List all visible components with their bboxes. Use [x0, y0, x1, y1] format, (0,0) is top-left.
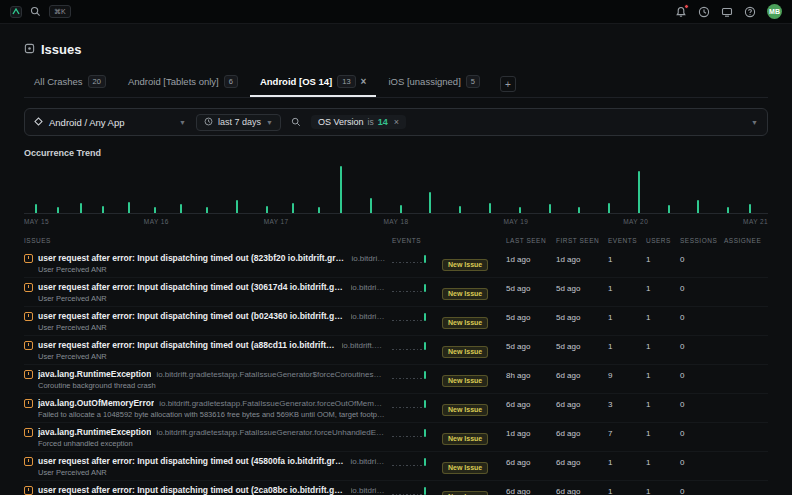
avatar[interactable]: MB [767, 4, 782, 19]
status-badge-cell: New Issue [442, 253, 500, 271]
notifications-bell-icon[interactable] [675, 6, 687, 18]
app-logo-icon[interactable] [10, 6, 22, 18]
chart-bar [727, 207, 729, 213]
issue-subtitle: User Perceived ANR [38, 265, 386, 274]
issue-title[interactable]: java.lang.RuntimeException [38, 369, 151, 379]
axis-label: MAY 17 [264, 218, 289, 225]
axis-label: MAY 20 [623, 218, 648, 225]
time-range-dropdown[interactable]: last 7 days ▼ [196, 114, 281, 131]
issue-cell: user request after error: Input dispatch… [24, 340, 386, 361]
remove-filter-icon[interactable]: × [394, 117, 399, 127]
filter-bar-expand-chevron-icon[interactable]: ▼ [751, 119, 758, 126]
issue-row[interactable]: user request after error: Input dispatch… [24, 481, 768, 495]
axis-label: MAY 21 [743, 218, 768, 225]
chart-bar [697, 200, 699, 213]
issue-row[interactable]: user request after error: Input dispatch… [24, 452, 768, 481]
search-shortcut-kbd[interactable]: ⌘K [49, 5, 71, 18]
events-sparkline [392, 427, 436, 437]
issue-location: io.bitdrift.gradletestapp.FatalIssueGene… [156, 428, 386, 437]
events-count-cell: 1 [608, 340, 640, 351]
events-sparkline [392, 340, 436, 350]
issue-row[interactable]: user request after error: Input dispatch… [24, 278, 768, 307]
assignee-cell [724, 485, 768, 487]
issue-row[interactable]: user request after error: Input dispatch… [24, 249, 768, 278]
events-sparkline [392, 485, 436, 495]
new-issue-badge: New Issue [442, 288, 488, 300]
sessions-count-cell: 0 [680, 340, 718, 351]
new-issue-badge: New Issue [442, 404, 488, 416]
issue-row[interactable]: java.lang.RuntimeExceptionio.bitdrift.gr… [24, 423, 768, 452]
column-header-users: USERS [646, 237, 674, 244]
filter-bar: Android / Any App ▼ last 7 days ▼ OS Ver… [24, 108, 768, 136]
events-sparkline [392, 311, 436, 321]
issue-title[interactable]: java.lang.RuntimeException [38, 427, 151, 437]
assignee-cell [724, 427, 768, 429]
filter-chip-value: 14 [378, 117, 388, 127]
top-bar: ⌘K MB [0, 0, 792, 24]
events-sparkline [392, 456, 436, 466]
tab-close-icon[interactable]: × [361, 78, 367, 86]
users-count-cell: 1 [646, 398, 674, 409]
page-header: Issues [24, 40, 768, 58]
chart-bar [638, 171, 640, 213]
tab-count-badge: 6 [224, 75, 238, 88]
tab-bar: All Crashes20Android [Tablets only]6Andr… [24, 70, 768, 98]
issue-location: io.bitdrift.gradletesta... [350, 457, 386, 466]
sessions-count-cell: 0 [680, 485, 718, 495]
users-count-cell: 1 [646, 253, 674, 264]
new-issue-badge: New Issue [442, 375, 488, 387]
devices-monitor-icon[interactable] [721, 6, 733, 18]
issue-title[interactable]: user request after error: Input dispatch… [38, 485, 346, 495]
chart-bar [154, 207, 156, 213]
chart-bar [128, 202, 130, 213]
tab-android-tablets-only[interactable]: Android [Tablets only]6 [118, 70, 248, 97]
issue-row[interactable]: java.lang.RuntimeExceptionio.bitdrift.gr… [24, 365, 768, 394]
issue-title[interactable]: user request after error: Input dispatch… [38, 311, 346, 321]
tab-all-crashes[interactable]: All Crashes20 [24, 70, 116, 97]
new-issue-badge: New Issue [442, 462, 488, 474]
tab-count-badge: 13 [337, 75, 355, 88]
issue-row[interactable]: user request after error: Input dispatch… [24, 336, 768, 365]
search-icon[interactable] [30, 6, 41, 17]
issue-type-icon [24, 283, 33, 292]
issue-title[interactable]: user request after error: Input dispatch… [38, 340, 337, 350]
issue-location: io.bitdrift.gradletesta... [351, 254, 386, 263]
chart-bar [459, 206, 461, 213]
issue-type-icon [24, 312, 33, 321]
issue-title[interactable]: java.lang.OutOfMemoryError [38, 398, 154, 408]
tab-android-os-14[interactable]: Android [OS 14]13× [250, 70, 377, 97]
chart-bars [24, 164, 768, 213]
sessions-count-cell: 0 [680, 282, 718, 293]
users-count-cell: 1 [646, 311, 674, 322]
column-header-sessions: SESSIONS [680, 237, 718, 244]
help-icon[interactable] [744, 6, 756, 18]
issue-subtitle: User Perceived ANR [38, 323, 386, 332]
chart-bar [206, 207, 208, 213]
chart-bar [578, 207, 580, 213]
os-version-filter-chip[interactable]: OS Version is 14 × [311, 115, 406, 129]
events-sparkline [392, 398, 436, 408]
tab-label: Android [OS 14] [260, 76, 332, 87]
filter-search-icon[interactable] [291, 113, 301, 131]
status-badge-cell: New Issue [442, 311, 500, 329]
first-seen-cell: 5d ago [556, 282, 602, 293]
issue-title[interactable]: user request after error: Input dispatch… [38, 253, 346, 263]
sessions-count-cell: 0 [680, 253, 718, 264]
issue-row[interactable]: user request after error: Input dispatch… [24, 307, 768, 336]
history-clock-icon[interactable] [698, 6, 710, 18]
chart-axis: MAY 15MAY 16MAY 17MAY 18MAY 19MAY 20MAY … [24, 218, 768, 225]
column-header-last_seen: LAST SEEN [506, 237, 550, 244]
app-selector-dropdown[interactable]: Android / Any App ▼ [34, 117, 186, 128]
issue-type-icon [24, 457, 33, 466]
table-header: ISSUESEVENTSLAST SEENFIRST SEENEVENTSUSE… [24, 237, 768, 249]
issue-row[interactable]: java.lang.OutOfMemoryErrorio.bitdrift.gr… [24, 394, 768, 423]
issue-title[interactable]: user request after error: Input dispatch… [38, 282, 346, 292]
issue-subtitle: Forced unhandled exception [38, 439, 386, 448]
issue-location: io.bitdrift.gradletesta... [351, 312, 386, 321]
add-view-button[interactable]: + [500, 76, 516, 92]
chart-bar [749, 204, 751, 213]
chart-bar [400, 205, 402, 213]
sessions-count-cell: 0 [680, 427, 718, 438]
tab-ios-unassigned[interactable]: iOS [unassigned]5 [378, 70, 490, 97]
issue-title[interactable]: user request after error: Input dispatch… [38, 456, 345, 466]
